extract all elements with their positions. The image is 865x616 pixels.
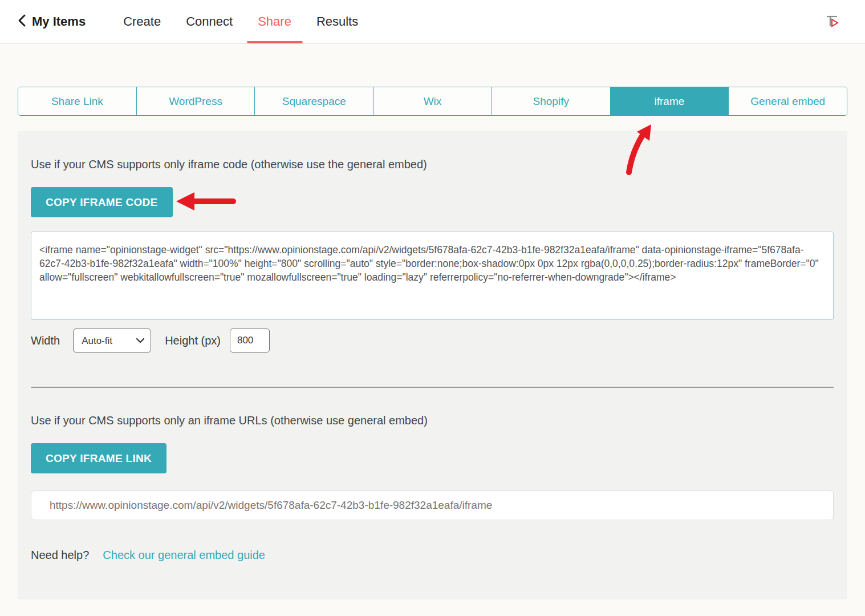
width-select[interactable]: Auto-fit (73, 329, 151, 352)
width-label: Width (31, 334, 60, 347)
dimensions-row: Width Auto-fit Height (px) (31, 329, 834, 352)
height-input[interactable] (230, 329, 270, 352)
back-to-my-items[interactable]: My Items (17, 0, 86, 43)
share-destination-tabs: Share Link WordPress Squarespace Wix Sho… (18, 87, 847, 116)
iframe-code-textarea[interactable]: <iframe name="opinionstage-widget" src="… (31, 232, 834, 320)
iframe-url-input[interactable] (31, 491, 834, 520)
annotation-arrow-left-icon (174, 190, 238, 213)
copy-iframe-link-button[interactable]: COPY IFRAME LINK (31, 443, 166, 473)
height-label: Height (px) (165, 334, 221, 347)
nav-item-connect[interactable]: Connect (173, 0, 245, 43)
back-label: My Items (32, 14, 86, 29)
help-row: Need help? Check our general embed guide (31, 549, 834, 562)
general-embed-guide-link[interactable]: Check our general embed guide (103, 549, 265, 562)
nav-item-share[interactable]: Share (245, 0, 304, 43)
tab-share-link[interactable]: Share Link (18, 87, 137, 115)
copy-iframe-code-button[interactable]: COPY IFRAME CODE (31, 187, 173, 217)
tab-shopify[interactable]: Shopify (492, 87, 611, 115)
tab-squarespace[interactable]: Squarespace (255, 87, 373, 115)
tab-wix[interactable]: Wix (373, 87, 492, 115)
tab-iframe[interactable]: iframe (611, 87, 729, 115)
need-help-label: Need help? (31, 549, 89, 562)
nav-item-create[interactable]: Create (111, 0, 173, 43)
iframe-embed-panel: Use if your CMS supports only iframe cod… (18, 131, 847, 599)
iframe-code-description: Use if your CMS supports only iframe cod… (31, 131, 834, 171)
back-chevron-icon (17, 14, 27, 30)
nav-item-results[interactable]: Results (304, 0, 371, 43)
tab-general-embed[interactable]: General embed (729, 87, 847, 115)
tab-wordpress[interactable]: WordPress (137, 87, 255, 115)
preview-logo-icon[interactable] (824, 13, 841, 33)
top-navigation: My Items Create Connect Share Results (0, 0, 865, 44)
iframe-link-description: Use if your CMS supports only an iframe … (31, 388, 834, 427)
